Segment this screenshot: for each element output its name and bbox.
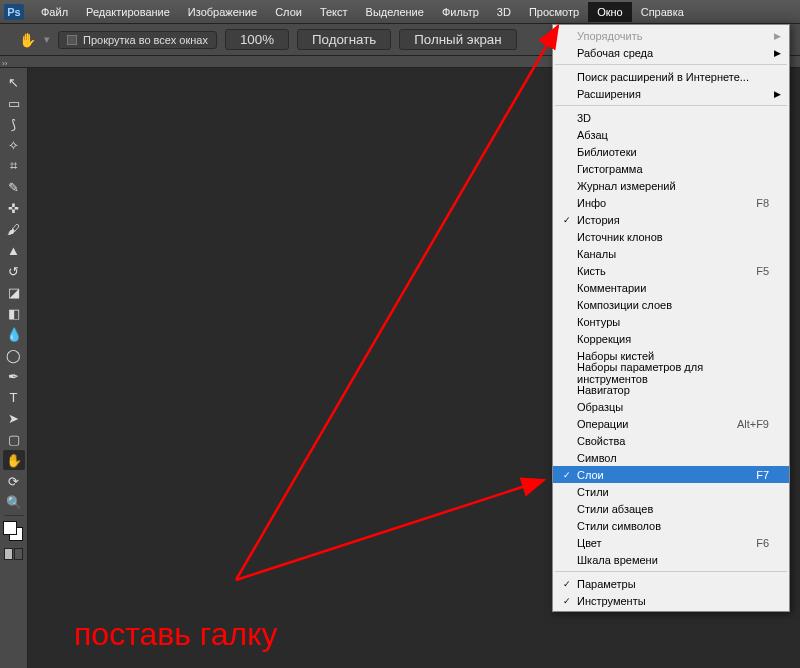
hand-tool[interactable]: ✋ — [3, 450, 25, 470]
menu-item-история[interactable]: ✓История — [553, 211, 789, 228]
menu-справка[interactable]: Справка — [632, 2, 693, 22]
menu-item-стили-абзацев[interactable]: Стили абзацев — [553, 500, 789, 517]
eraser-tool[interactable]: ◪ — [3, 282, 25, 302]
blur-tool[interactable]: 💧 — [3, 324, 25, 344]
fit-screen-button[interactable]: Подогнать — [297, 29, 391, 50]
menu-item-label: Образцы — [577, 401, 769, 413]
menu-item-поиск-расширений-в-интернете...[interactable]: Поиск расширений в Интернете... — [553, 68, 789, 85]
shape-tool[interactable]: ▢ — [3, 429, 25, 449]
menu-просмотр[interactable]: Просмотр — [520, 2, 588, 22]
menu-item-образцы[interactable]: Образцы — [553, 398, 789, 415]
crop-tool[interactable]: ⌗ — [3, 156, 25, 176]
color-swatches[interactable] — [3, 521, 25, 543]
history-brush-tool[interactable]: ↺ — [3, 261, 25, 281]
menu-item-параметры[interactable]: ✓Параметры — [553, 575, 789, 592]
menu-separator — [555, 64, 787, 65]
menu-item-label: Стили абзацев — [577, 503, 769, 515]
check-icon: ✓ — [557, 470, 577, 480]
brush-tool[interactable]: 🖌 — [3, 219, 25, 239]
menu-item-label: Упорядочить — [577, 30, 769, 42]
menu-item-операции[interactable]: ОперацииAlt+F9 — [553, 415, 789, 432]
zoom-100-button[interactable]: 100% — [225, 29, 289, 50]
menu-item-label: Абзац — [577, 129, 769, 141]
menu-item-стили[interactable]: Стили — [553, 483, 789, 500]
menu-окно[interactable]: Окно — [588, 2, 632, 22]
menu-item-label: Журнал измерений — [577, 180, 769, 192]
menu-item-label: История — [577, 214, 769, 226]
menu-item-label: Операции — [577, 418, 737, 430]
menu-item-наборы-параметров-для-инструментов[interactable]: Наборы параметров для инструментов — [553, 364, 789, 381]
move-tool[interactable]: ↖ — [3, 72, 25, 92]
menu-item-гистограмма[interactable]: Гистограмма — [553, 160, 789, 177]
menu-item-комментарии[interactable]: Комментарии — [553, 279, 789, 296]
submenu-arrow-icon: ▶ — [774, 89, 781, 99]
stamp-tool[interactable]: ▲ — [3, 240, 25, 260]
eyedropper-tool[interactable]: ✎ — [3, 177, 25, 197]
path-selection-tool[interactable]: ➤ — [3, 408, 25, 428]
menu-item-label: Поиск расширений в Интернете... — [577, 71, 769, 83]
menu-item-символ[interactable]: Символ — [553, 449, 789, 466]
menu-item-shortcut: Alt+F9 — [737, 418, 769, 430]
pen-tool[interactable]: ✒ — [3, 366, 25, 386]
dodge-tool[interactable]: ◯ — [3, 345, 25, 365]
menu-item-коррекция[interactable]: Коррекция — [553, 330, 789, 347]
menu-item-label: Слои — [577, 469, 756, 481]
menu-item-label: Навигатор — [577, 384, 769, 396]
menu-item-контуры[interactable]: Контуры — [553, 313, 789, 330]
menu-редактирование[interactable]: Редактирование — [77, 2, 179, 22]
scroll-all-windows-checkbox[interactable]: Прокрутка во всех окнах — [58, 31, 217, 49]
menu-текст[interactable]: Текст — [311, 2, 357, 22]
annotation-text: поставь галку — [74, 616, 278, 653]
menu-фильтр[interactable]: Фильтр — [433, 2, 488, 22]
menu-item-навигатор[interactable]: Навигатор — [553, 381, 789, 398]
menu-item-3d[interactable]: 3D — [553, 109, 789, 126]
submenu-arrow-icon: ▶ — [774, 48, 781, 58]
menu-item-композиции-слоев[interactable]: Композиции слоев — [553, 296, 789, 313]
quick-mask-buttons[interactable] — [4, 548, 23, 560]
menu-item-инструменты[interactable]: ✓Инструменты — [553, 592, 789, 609]
lasso-tool[interactable]: ⟆ — [3, 114, 25, 134]
menu-item-shortcut: F7 — [756, 469, 769, 481]
menu-item-стили-символов[interactable]: Стили символов — [553, 517, 789, 534]
menu-item-цвет[interactable]: ЦветF6 — [553, 534, 789, 551]
menu-item-свойства[interactable]: Свойства — [553, 432, 789, 449]
full-screen-button[interactable]: Полный экран — [399, 29, 516, 50]
menu-слои[interactable]: Слои — [266, 2, 311, 22]
submenu-arrow-icon: ▶ — [774, 31, 781, 41]
menu-item-label: Параметры — [577, 578, 769, 590]
magic-wand-tool[interactable]: ✧ — [3, 135, 25, 155]
toolbar-separator — [4, 515, 24, 516]
hand-icon: ✋ — [18, 31, 36, 49]
menu-item-расширения[interactable]: Расширения▶ — [553, 85, 789, 102]
menu-item-слои[interactable]: ✓СлоиF7 — [553, 466, 789, 483]
menu-изображение[interactable]: Изображение — [179, 2, 266, 22]
menu-выделение[interactable]: Выделение — [357, 2, 433, 22]
menu-item-рабочая-среда[interactable]: Рабочая среда▶ — [553, 44, 789, 61]
menu-item-журнал-измерений[interactable]: Журнал измерений — [553, 177, 789, 194]
menu-item-label: Свойства — [577, 435, 769, 447]
marquee-tool[interactable]: ▭ — [3, 93, 25, 113]
menu-item-абзац[interactable]: Абзац — [553, 126, 789, 143]
menu-item-шкала-времени[interactable]: Шкала времени — [553, 551, 789, 568]
zoom-tool[interactable]: 🔍 — [3, 492, 25, 512]
menu-item-label: Инфо — [577, 197, 756, 209]
type-tool[interactable]: T — [3, 387, 25, 407]
menu-item-shortcut: F6 — [756, 537, 769, 549]
menu-item-label: Гистограмма — [577, 163, 769, 175]
menu-item-библиотеки[interactable]: Библиотеки — [553, 143, 789, 160]
menu-3d[interactable]: 3D — [488, 2, 520, 22]
menu-item-кисть[interactable]: КистьF5 — [553, 262, 789, 279]
gradient-tool[interactable]: ◧ — [3, 303, 25, 323]
menu-item-label: Цвет — [577, 537, 756, 549]
window-menu-dropdown: Упорядочить▶Рабочая среда▶Поиск расширен… — [552, 24, 790, 612]
menu-item-shortcut: F5 — [756, 265, 769, 277]
menu-item-label: Коррекция — [577, 333, 769, 345]
check-icon: ✓ — [557, 215, 577, 225]
menu-item-источник-клонов[interactable]: Источник клонов — [553, 228, 789, 245]
rotate-view-tool[interactable]: ⟳ — [3, 471, 25, 491]
healing-brush-tool[interactable]: ✜ — [3, 198, 25, 218]
menu-файл[interactable]: Файл — [32, 2, 77, 22]
menu-item-инфо[interactable]: ИнфоF8 — [553, 194, 789, 211]
menu-separator — [555, 105, 787, 106]
menu-item-каналы[interactable]: Каналы — [553, 245, 789, 262]
